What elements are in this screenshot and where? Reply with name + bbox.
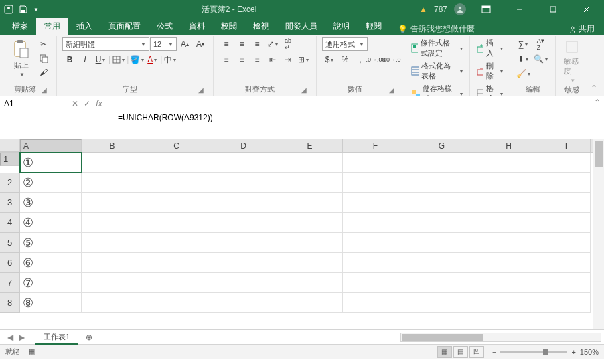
cell-G1[interactable] (408, 153, 475, 173)
cell-H7[interactable] (475, 273, 542, 293)
cell-H6[interactable] (475, 253, 542, 273)
row-header-6[interactable]: 6 (0, 253, 20, 273)
cell-B7[interactable] (82, 273, 143, 293)
cell-E8[interactable] (277, 293, 343, 313)
row-header-7[interactable]: 7 (0, 273, 20, 293)
cell-I2[interactable] (542, 173, 591, 193)
tab-easy[interactable]: 輕閱 (358, 18, 390, 35)
cell-E2[interactable] (277, 173, 343, 193)
cell-E3[interactable] (277, 193, 343, 213)
cell-F8[interactable] (343, 293, 408, 313)
column-header-E[interactable]: E (277, 139, 343, 152)
cell-C6[interactable] (143, 253, 210, 273)
sensitivity-button[interactable]: 敏感度 ▼ (561, 37, 583, 85)
fill-button[interactable]: ⬇▾ (516, 52, 530, 66)
cell-H1[interactable] (475, 153, 542, 173)
vertical-scroll-thumb[interactable] (595, 141, 603, 167)
cancel-formula-icon[interactable]: ✕ (72, 99, 78, 108)
cell-F6[interactable] (343, 253, 408, 273)
cell-F1[interactable] (343, 153, 408, 173)
share-button[interactable]: 共用 (569, 23, 600, 35)
borders-button[interactable]: ▾ (111, 53, 126, 66)
autosave-icon[interactable] (4, 5, 13, 14)
tab-review[interactable]: 校閱 (213, 18, 245, 35)
tab-home[interactable]: 常用 (36, 18, 68, 35)
cell-I4[interactable] (542, 213, 591, 233)
paste-button[interactable]: 貼上 ▼ (9, 37, 33, 79)
column-header-I[interactable]: I (542, 139, 591, 152)
cut-button[interactable]: ✂ (36, 37, 51, 51)
number-dialog-launcher[interactable]: ◢ (389, 86, 398, 96)
cell-A8[interactable]: ⑧ (20, 293, 82, 313)
cell-A2[interactable]: ② (20, 173, 82, 193)
alignment-dialog-launcher[interactable]: ◢ (301, 86, 311, 96)
cell-E7[interactable] (277, 273, 343, 293)
copy-button[interactable] (36, 52, 51, 65)
find-select-button[interactable]: 🔍▾ (531, 52, 550, 66)
cell-D4[interactable] (210, 213, 277, 233)
align-right-button[interactable]: ≡ (250, 53, 265, 66)
column-header-D[interactable]: D (210, 139, 277, 152)
add-sheet-button[interactable]: ⊕ (82, 333, 96, 342)
minimize-button[interactable] (506, 0, 533, 19)
tab-data[interactable]: 資料 (181, 18, 213, 35)
cell-B5[interactable] (82, 233, 143, 253)
cell-D8[interactable] (210, 293, 277, 313)
wrap-text-button[interactable]: ab↵ (281, 37, 295, 51)
cell-G4[interactable] (408, 213, 475, 233)
name-box-input[interactable] (3, 98, 57, 110)
ribbon-display-icon[interactable] (473, 0, 500, 19)
cell-C8[interactable] (143, 293, 210, 313)
font-color-button[interactable]: A▾ (145, 53, 159, 66)
tell-me-search[interactable]: 💡 告訴我您想做什麼 (398, 23, 475, 35)
horizontal-scrollbar[interactable] (400, 333, 601, 342)
warning-icon[interactable]: ▲ (419, 5, 427, 14)
sheet-nav-next[interactable]: ▶ (17, 333, 27, 342)
bold-button[interactable]: B (62, 53, 77, 66)
align-center-button[interactable]: ≡ (234, 53, 249, 66)
cell-A4[interactable]: ④ (20, 213, 82, 233)
sheet-nav-prev[interactable]: ◀ (5, 333, 15, 342)
cell-D2[interactable] (210, 173, 277, 193)
cell-D3[interactable] (210, 193, 277, 213)
underline-button[interactable]: U▾ (93, 53, 108, 66)
italic-button[interactable]: I (78, 53, 92, 66)
column-header-H[interactable]: H (475, 139, 542, 152)
zoom-in-button[interactable]: + (571, 348, 575, 356)
align-left-button[interactable]: ≡ (219, 53, 234, 66)
cell-G5[interactable] (408, 233, 475, 253)
phonetic-button[interactable]: 中▾ (163, 53, 177, 66)
decrease-decimal-button[interactable]: .00→.0 (384, 53, 398, 66)
cell-B2[interactable] (82, 173, 143, 193)
tab-view[interactable]: 檢視 (245, 18, 277, 35)
cell-F4[interactable] (343, 213, 408, 233)
align-top-button[interactable]: ≡ (219, 37, 234, 51)
tab-insert[interactable]: 插入 (68, 18, 100, 35)
cell-F7[interactable] (343, 273, 408, 293)
cell-G6[interactable] (408, 253, 475, 273)
align-middle-button[interactable]: ≡ (234, 37, 249, 51)
format-painter-button[interactable]: 🖌 (36, 66, 51, 79)
delete-cells-button[interactable]: 刪除▾ (475, 60, 504, 82)
tab-formulas[interactable]: 公式 (149, 18, 181, 35)
cell-I7[interactable] (542, 273, 591, 293)
conditional-formatting-button[interactable]: 條件式格式設定▾ (410, 37, 464, 59)
cell-B4[interactable] (82, 213, 143, 233)
font-dialog-launcher[interactable]: ◢ (198, 86, 208, 96)
percent-button[interactable]: % (337, 53, 352, 66)
cell-A5[interactable]: ⑤ (20, 233, 82, 253)
cell-I5[interactable] (542, 233, 591, 253)
cell-I6[interactable] (542, 253, 591, 273)
autosum-button[interactable]: ∑▾ (516, 37, 530, 51)
row-header-8[interactable]: 8 (0, 293, 20, 313)
cell-B8[interactable] (82, 293, 143, 313)
cell-C1[interactable] (143, 153, 210, 173)
save-icon[interactable] (19, 5, 28, 14)
increase-font-button[interactable]: A▴ (177, 37, 192, 51)
cell-B1[interactable] (82, 153, 143, 173)
cell-H3[interactable] (475, 193, 542, 213)
currency-button[interactable]: $▾ (322, 53, 337, 66)
font-name-select[interactable]: 新細明體▼ (62, 37, 149, 51)
font-size-select[interactable]: 12▼ (150, 37, 177, 51)
formula-input[interactable] (114, 96, 591, 139)
